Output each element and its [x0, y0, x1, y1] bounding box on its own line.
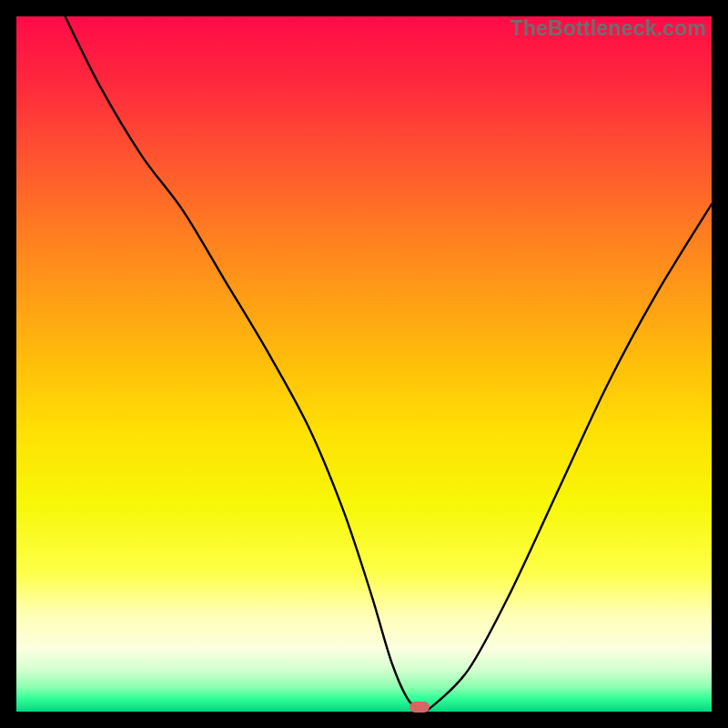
plot-area [16, 16, 712, 712]
curve-layer [16, 16, 712, 712]
watermark-text: TheBottleneck.com [510, 16, 706, 41]
plot-frame: TheBottleneck.com [16, 16, 712, 712]
bottleneck-curve [65, 16, 712, 711]
optimum-marker [410, 702, 430, 713]
